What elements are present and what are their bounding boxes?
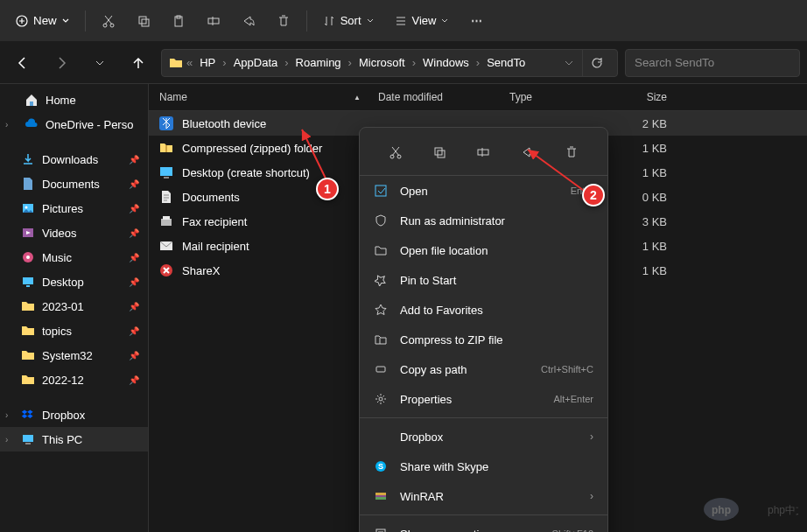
more-button[interactable]: ⋯ bbox=[460, 5, 492, 37]
forward-button[interactable] bbox=[46, 47, 77, 79]
column-date[interactable]: Date modified bbox=[378, 91, 509, 103]
pin-icon: 📌 bbox=[129, 277, 139, 287]
sidebar-onedrive[interactable]: › OneDrive - Perso bbox=[0, 112, 148, 136]
sort-button[interactable]: Sort bbox=[314, 9, 382, 32]
share-button[interactable] bbox=[233, 5, 264, 37]
menu-copy-path[interactable]: Copy as pathCtrl+Shift+C bbox=[360, 354, 607, 384]
path-icon bbox=[374, 362, 388, 376]
svg-rect-29 bbox=[376, 367, 385, 372]
breadcrumb-item[interactable]: Roaming bbox=[292, 54, 345, 71]
skype-icon: S bbox=[374, 459, 388, 473]
music-icon bbox=[21, 250, 35, 264]
paste-button[interactable] bbox=[163, 5, 194, 37]
pin-icon: 📌 bbox=[129, 155, 139, 164]
sidebar-thispc[interactable]: ›This PC bbox=[0, 427, 148, 452]
toolbar: New Sort View ⋯ bbox=[0, 0, 807, 42]
breadcrumb-item[interactable]: SendTo bbox=[483, 54, 529, 71]
back-button[interactable] bbox=[7, 47, 39, 79]
view-icon bbox=[395, 15, 407, 27]
menu-dropbox[interactable]: Dropbox› bbox=[360, 422, 607, 452]
svg-text:S: S bbox=[378, 462, 383, 471]
up-button[interactable] bbox=[123, 47, 154, 79]
svg-rect-25 bbox=[435, 148, 442, 155]
svg-rect-34 bbox=[375, 493, 386, 495]
svg-rect-4 bbox=[142, 19, 149, 26]
breadcrumb-item[interactable]: AppData bbox=[230, 54, 282, 71]
document-icon bbox=[21, 177, 35, 191]
delete-button[interactable] bbox=[268, 5, 299, 37]
copy-button[interactable] bbox=[128, 5, 159, 37]
column-name[interactable]: Name▲ bbox=[159, 91, 378, 103]
sidebar-item-folder[interactable]: System32📌 bbox=[0, 343, 148, 368]
column-size[interactable]: Size bbox=[614, 91, 667, 103]
view-button[interactable]: View bbox=[386, 9, 458, 32]
sidebar-item-downloads[interactable]: Downloads📌 bbox=[0, 147, 148, 172]
winrar-icon bbox=[374, 489, 388, 503]
folder-icon bbox=[374, 243, 388, 257]
sidebar-home[interactable]: Home bbox=[0, 88, 148, 112]
desktop-icon bbox=[159, 165, 173, 179]
sidebar-item-folder[interactable]: topics📌 bbox=[0, 318, 148, 343]
new-button[interactable]: New bbox=[7, 9, 78, 32]
watermark: phpphp中文网 bbox=[702, 495, 798, 523]
chevron-right-icon: › bbox=[590, 490, 593, 502]
menu-pin-start[interactable]: Pin to Start bbox=[360, 265, 607, 295]
breadcrumb-item[interactable]: HP bbox=[196, 54, 219, 71]
overflow-indicator[interactable]: « bbox=[186, 56, 193, 69]
column-headers: Name▲ Date modified Type Size bbox=[149, 84, 807, 111]
menu-open-location[interactable]: Open file location bbox=[360, 235, 607, 265]
rename-button[interactable] bbox=[469, 138, 497, 166]
menu-compress-zip[interactable]: Compress to ZIP file bbox=[360, 325, 607, 354]
sort-asc-icon: ▲ bbox=[354, 94, 361, 102]
menu-winrar[interactable]: WinRAR› bbox=[360, 481, 607, 511]
share-button[interactable] bbox=[514, 138, 542, 166]
breadcrumb-item[interactable]: Microsoft bbox=[355, 54, 409, 71]
svg-rect-3 bbox=[139, 17, 146, 24]
sidebar-item-folder[interactable]: 2023-01📌 bbox=[0, 294, 148, 318]
separator bbox=[306, 10, 307, 32]
sidebar-dropbox[interactable]: ›Dropbox bbox=[0, 402, 148, 427]
fax-icon bbox=[159, 214, 173, 228]
sidebar-item-folder[interactable]: 2022-12📌 bbox=[0, 368, 148, 392]
chevron-right-icon[interactable]: › bbox=[5, 120, 8, 130]
delete-button[interactable] bbox=[558, 138, 586, 166]
breadcrumb-item[interactable]: Windows bbox=[419, 54, 473, 71]
menu-show-more[interactable]: Show more optionsShift+F10 bbox=[360, 519, 607, 532]
sidebar-item-music[interactable]: Music📌 bbox=[0, 245, 148, 270]
svg-rect-13 bbox=[23, 277, 33, 284]
menu-run-admin[interactable]: Run as administrator bbox=[360, 206, 607, 235]
menu-open[interactable]: OpenEnter bbox=[360, 176, 607, 206]
zip-icon bbox=[374, 332, 388, 346]
svg-rect-27 bbox=[478, 150, 488, 155]
pin-icon: 📌 bbox=[129, 253, 139, 262]
pc-icon bbox=[21, 432, 35, 446]
copy-button[interactable] bbox=[425, 138, 453, 166]
menu-add-favorites[interactable]: Add to Favorites bbox=[360, 295, 607, 325]
desktop-icon bbox=[21, 275, 35, 289]
chevron-right-icon: › bbox=[590, 430, 593, 443]
menu-skype[interactable]: SShare with Skype bbox=[360, 452, 607, 481]
sidebar-item-pictures[interactable]: Pictures📌 bbox=[0, 196, 148, 220]
sidebar-item-desktop[interactable]: Desktop📌 bbox=[0, 270, 148, 294]
svg-rect-7 bbox=[208, 18, 219, 24]
sidebar-item-documents[interactable]: Documents📌 bbox=[0, 172, 148, 196]
cut-button[interactable] bbox=[382, 138, 410, 166]
sidebar-item-videos[interactable]: Videos📌 bbox=[0, 220, 148, 245]
chevron-right-icon[interactable]: › bbox=[5, 435, 8, 444]
sort-icon bbox=[323, 15, 335, 27]
breadcrumb[interactable]: « HP› AppData› Roaming› Microsoft› Windo… bbox=[161, 49, 618, 77]
breadcrumb-dropdown[interactable] bbox=[559, 59, 579, 67]
menu-properties[interactable]: PropertiesAlt+Enter bbox=[360, 384, 607, 414]
cut-button[interactable] bbox=[93, 5, 124, 37]
column-type[interactable]: Type bbox=[509, 91, 614, 103]
search-input[interactable] bbox=[635, 56, 790, 69]
svg-rect-17 bbox=[165, 145, 167, 152]
refresh-button[interactable] bbox=[582, 49, 610, 77]
chevron-right-icon[interactable]: › bbox=[5, 410, 8, 420]
search-box[interactable] bbox=[625, 49, 800, 77]
videos-icon bbox=[21, 226, 35, 240]
rename-button[interactable] bbox=[198, 5, 229, 37]
pin-icon: 📌 bbox=[129, 228, 139, 238]
recent-button[interactable] bbox=[84, 47, 116, 79]
pin-icon: 📌 bbox=[129, 179, 139, 189]
